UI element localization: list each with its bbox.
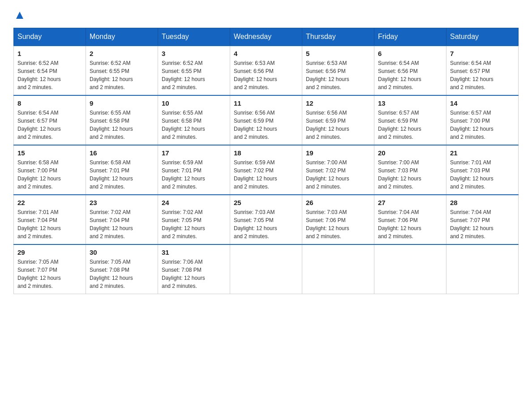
day-number: 15 [17,149,82,157]
day-info: Sunrise: 7:02 AM Sunset: 7:05 PM Dayligh… [162,208,226,240]
column-header-tuesday: Tuesday [158,28,230,46]
day-info: Sunrise: 6:58 AM Sunset: 7:01 PM Dayligh… [90,158,154,191]
day-info: Sunrise: 6:54 AM Sunset: 6:57 PM Dayligh… [450,59,515,91]
day-number: 28 [450,199,515,206]
day-info: Sunrise: 6:57 AM Sunset: 7:00 PM Dayligh… [450,109,515,141]
day-number: 22 [17,199,82,206]
calendar-cell: 15 Sunrise: 6:58 AM Sunset: 7:00 PM Dayl… [14,145,86,195]
day-info: Sunrise: 7:01 AM Sunset: 7:03 PM Dayligh… [450,158,515,191]
day-info: Sunrise: 6:52 AM Sunset: 6:54 PM Dayligh… [17,59,82,91]
column-header-monday: Monday [86,28,158,46]
day-info: Sunrise: 6:53 AM Sunset: 6:56 PM Dayligh… [234,59,298,91]
day-info: Sunrise: 6:58 AM Sunset: 7:00 PM Dayligh… [17,158,82,191]
day-number: 18 [234,149,298,157]
week-row-2: 8 Sunrise: 6:54 AM Sunset: 6:57 PM Dayli… [14,95,519,145]
calendar-cell: 12 Sunrise: 6:56 AM Sunset: 6:59 PM Dayl… [302,95,374,145]
calendar-cell: 22 Sunrise: 7:01 AM Sunset: 7:04 PM Dayl… [14,195,86,244]
calendar-cell: 26 Sunrise: 7:03 AM Sunset: 7:06 PM Dayl… [302,195,374,244]
day-number: 7 [450,50,515,57]
calendar-cell: 13 Sunrise: 6:57 AM Sunset: 6:59 PM Dayl… [374,95,446,145]
column-header-saturday: Saturday [446,28,519,46]
calendar-cell: 30 Sunrise: 7:05 AM Sunset: 7:08 PM Dayl… [86,244,158,294]
day-number: 14 [450,99,515,107]
day-info: Sunrise: 6:54 AM Sunset: 6:57 PM Dayligh… [17,109,82,141]
day-number: 11 [234,99,298,107]
day-number: 31 [162,248,226,256]
week-row-1: 1 Sunrise: 6:52 AM Sunset: 6:54 PM Dayli… [14,46,519,95]
column-header-wednesday: Wednesday [230,28,302,46]
day-info: Sunrise: 7:02 AM Sunset: 7:04 PM Dayligh… [90,208,154,240]
calendar-cell: 24 Sunrise: 7:02 AM Sunset: 7:05 PM Dayl… [158,195,230,244]
day-number: 13 [378,99,442,107]
header-row: SundayMondayTuesdayWednesdayThursdayFrid… [14,28,519,46]
calendar-cell: 20 Sunrise: 7:00 AM Sunset: 7:03 PM Dayl… [374,145,446,195]
column-header-thursday: Thursday [302,28,374,46]
svg-marker-0 [16,12,23,19]
calendar-cell: 27 Sunrise: 7:04 AM Sunset: 7:06 PM Dayl… [374,195,446,244]
calendar-cell [230,244,302,294]
day-info: Sunrise: 7:00 AM Sunset: 7:02 PM Dayligh… [306,158,370,191]
day-info: Sunrise: 6:52 AM Sunset: 6:55 PM Dayligh… [162,59,226,91]
day-info: Sunrise: 7:04 AM Sunset: 7:07 PM Dayligh… [450,208,515,240]
calendar-cell [374,244,446,294]
day-number: 23 [90,199,154,206]
day-info: Sunrise: 6:59 AM Sunset: 7:01 PM Dayligh… [162,158,226,191]
day-number: 6 [378,50,442,57]
day-number: 25 [234,199,298,206]
day-info: Sunrise: 7:03 AM Sunset: 7:05 PM Dayligh… [234,208,298,240]
day-info: Sunrise: 7:01 AM Sunset: 7:04 PM Dayligh… [17,208,82,240]
calendar-cell: 5 Sunrise: 6:53 AM Sunset: 6:56 PM Dayli… [302,46,374,95]
week-row-4: 22 Sunrise: 7:01 AM Sunset: 7:04 PM Dayl… [14,195,519,244]
day-info: Sunrise: 6:52 AM Sunset: 6:55 PM Dayligh… [90,59,154,91]
calendar-cell: 11 Sunrise: 6:56 AM Sunset: 6:59 PM Dayl… [230,95,302,145]
calendar-cell [446,244,519,294]
day-number: 2 [90,50,154,57]
day-info: Sunrise: 6:53 AM Sunset: 6:56 PM Dayligh… [306,59,370,91]
calendar-cell: 31 Sunrise: 7:06 AM Sunset: 7:08 PM Dayl… [158,244,230,294]
day-number: 8 [17,99,82,107]
week-row-5: 29 Sunrise: 7:05 AM Sunset: 7:07 PM Dayl… [14,244,519,294]
calendar-cell: 7 Sunrise: 6:54 AM Sunset: 6:57 PM Dayli… [446,46,519,95]
week-row-3: 15 Sunrise: 6:58 AM Sunset: 7:00 PM Dayl… [14,145,519,195]
calendar-cell: 3 Sunrise: 6:52 AM Sunset: 6:55 PM Dayli… [158,46,230,95]
day-info: Sunrise: 7:03 AM Sunset: 7:06 PM Dayligh… [306,208,370,240]
calendar-cell: 19 Sunrise: 7:00 AM Sunset: 7:02 PM Dayl… [302,145,374,195]
calendar-cell: 25 Sunrise: 7:03 AM Sunset: 7:05 PM Dayl… [230,195,302,244]
calendar-cell: 2 Sunrise: 6:52 AM Sunset: 6:55 PM Dayli… [86,46,158,95]
day-number: 26 [306,199,370,206]
day-number: 9 [90,99,154,107]
day-number: 29 [17,248,82,256]
calendar-cell: 8 Sunrise: 6:54 AM Sunset: 6:57 PM Dayli… [14,95,86,145]
day-info: Sunrise: 6:56 AM Sunset: 6:59 PM Dayligh… [234,109,298,141]
day-number: 27 [378,199,442,206]
day-number: 20 [378,149,442,157]
day-number: 30 [90,248,154,256]
day-number: 1 [17,50,82,57]
day-info: Sunrise: 6:56 AM Sunset: 6:59 PM Dayligh… [306,109,370,141]
calendar-cell [302,244,374,294]
calendar-cell: 21 Sunrise: 7:01 AM Sunset: 7:03 PM Dayl… [446,145,519,195]
calendar-cell: 17 Sunrise: 6:59 AM Sunset: 7:01 PM Dayl… [158,145,230,195]
calendar-table: SundayMondayTuesdayWednesdayThursdayFrid… [13,28,519,294]
calendar-cell: 6 Sunrise: 6:54 AM Sunset: 6:56 PM Dayli… [374,46,446,95]
day-number: 10 [162,99,226,107]
calendar-cell: 16 Sunrise: 6:58 AM Sunset: 7:01 PM Dayl… [86,145,158,195]
day-info: Sunrise: 6:57 AM Sunset: 6:59 PM Dayligh… [378,109,442,141]
day-number: 24 [162,199,226,206]
day-number: 4 [234,50,298,57]
day-number: 3 [162,50,226,57]
day-info: Sunrise: 7:05 AM Sunset: 7:07 PM Dayligh… [17,258,82,290]
page-header [13,9,519,19]
column-header-friday: Friday [374,28,446,46]
logo-triangle-icon [14,10,25,21]
day-info: Sunrise: 7:06 AM Sunset: 7:08 PM Dayligh… [162,258,226,290]
calendar-cell: 1 Sunrise: 6:52 AM Sunset: 6:54 PM Dayli… [14,46,86,95]
column-header-sunday: Sunday [14,28,86,46]
calendar-cell: 4 Sunrise: 6:53 AM Sunset: 6:56 PM Dayli… [230,46,302,95]
calendar-cell: 29 Sunrise: 7:05 AM Sunset: 7:07 PM Dayl… [14,244,86,294]
day-info: Sunrise: 6:55 AM Sunset: 6:58 PM Dayligh… [162,109,226,141]
calendar-cell: 10 Sunrise: 6:55 AM Sunset: 6:58 PM Dayl… [158,95,230,145]
day-info: Sunrise: 6:59 AM Sunset: 7:02 PM Dayligh… [234,158,298,191]
day-number: 12 [306,99,370,107]
day-info: Sunrise: 7:00 AM Sunset: 7:03 PM Dayligh… [378,158,442,191]
